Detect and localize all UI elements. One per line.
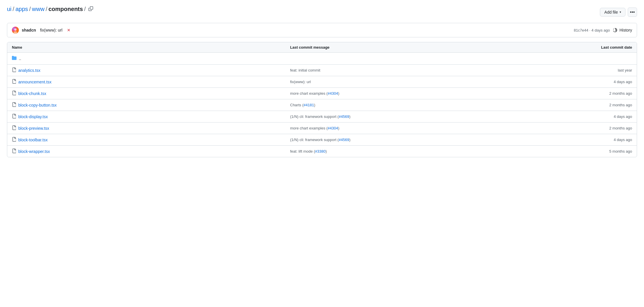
file-icon (12, 67, 16, 73)
commit-date-cell: 5 months ago (568, 149, 632, 154)
file-link[interactable]: block-preview.tsx (18, 126, 49, 131)
col-commit-message: Last commit message (290, 45, 568, 50)
copy-path-icon[interactable] (88, 6, 93, 12)
commit-right: 81c7e44 · 4 days ago History (574, 28, 632, 32)
file-icon (12, 91, 16, 96)
file-name-cell: block-copy-button.tsx (12, 102, 290, 108)
commit-msg-cell: Charts (#4181) (290, 103, 568, 107)
commit-msg-cell: feat: initial commit (290, 68, 568, 72)
breadcrumb-sep-3: / (46, 6, 47, 12)
commit-author[interactable]: shadcn (22, 28, 36, 32)
commit-date-cell: 2 months ago (568, 103, 632, 107)
file-link[interactable]: block-chunk.tsx (18, 91, 46, 96)
page-header: ui / apps / www / components / Add file … (7, 6, 637, 18)
commit-left: shadcn fix(www): url ✕ (12, 27, 70, 34)
file-table: Name Last commit message Last commit dat… (7, 42, 637, 157)
svg-point-2 (14, 31, 17, 34)
file-icon (12, 114, 16, 119)
history-label: History (619, 28, 632, 32)
breadcrumb-sep-2: / (29, 6, 31, 12)
breadcrumb-sep-1: / (13, 6, 15, 12)
table-row: block-preview.tsx more chart examples (#… (7, 123, 637, 134)
commit-message: fix(www): url (40, 28, 62, 32)
file-name-cell: block-preview.tsx (12, 125, 290, 131)
commit-msg-cell: (1/N) cli: framework support (#4569) (290, 138, 568, 142)
file-link[interactable]: block-toolbar.tsx (18, 138, 48, 142)
commit-msg-cell: (1/N) cli: framework support (#4569) (290, 114, 568, 119)
file-icon (12, 79, 16, 85)
parent-dir-link[interactable]: .. (19, 56, 21, 61)
commit-date-cell: 2 months ago (568, 91, 632, 96)
file-link[interactable]: block-display.tsx (18, 114, 48, 119)
add-file-button[interactable]: Add file ▾ (600, 8, 625, 17)
commit-bar: shadcn fix(www): url ✕ 81c7e44 · 4 days … (7, 23, 637, 37)
file-link[interactable]: block-copy-button.tsx (18, 103, 57, 107)
commit-msg-cell: more chart examples (#4304) (290, 91, 568, 96)
commit-date-cell: 2 months ago (568, 126, 632, 130)
more-options-button[interactable]: ••• (628, 8, 637, 17)
file-name-cell: block-toolbar.tsx (12, 137, 290, 142)
table-row: .. (7, 53, 637, 65)
breadcrumb-sep-4: / (84, 6, 86, 12)
file-icon (12, 102, 16, 108)
breadcrumb-current: components (48, 6, 83, 12)
pr-link[interactable]: #4569 (339, 114, 349, 119)
file-name-cell: analytics.tsx (12, 67, 290, 73)
svg-point-1 (14, 28, 17, 31)
pr-link[interactable]: #4181 (303, 103, 314, 107)
col-name: Name (12, 45, 290, 50)
pr-link[interactable]: #4304 (328, 126, 338, 130)
folder-icon (12, 56, 17, 61)
file-name-cell: announcement.tsx (12, 79, 290, 85)
file-icon (12, 149, 16, 154)
commit-date-cell: last year (568, 68, 632, 72)
table-row: block-chunk.tsx more chart examples (#43… (7, 88, 637, 99)
table-row: analytics.tsx feat: initial commit last … (7, 65, 637, 76)
table-row: announcement.tsx fix(www): url 4 days ag… (7, 76, 637, 88)
header-actions: Add file ▾ ••• (600, 8, 637, 17)
commit-msg-cell: more chart examples (#4304) (290, 126, 568, 130)
commit-msg-cell: fix(www): url (290, 80, 568, 84)
breadcrumb-ui[interactable]: ui (7, 6, 12, 12)
file-link[interactable]: analytics.tsx (18, 68, 40, 73)
add-file-chevron-icon: ▾ (620, 10, 621, 14)
file-name-cell: .. (12, 56, 290, 61)
table-row: block-toolbar.tsx (1/N) cli: framework s… (7, 134, 637, 146)
file-icon (12, 137, 16, 142)
table-header: Name Last commit message Last commit dat… (7, 42, 637, 53)
col-commit-date: Last commit date (568, 45, 632, 50)
commit-date-cell: 4 days ago (568, 80, 632, 84)
file-name-cell: block-wrapper.tsx (12, 149, 290, 154)
pr-link[interactable]: #4304 (328, 91, 338, 96)
file-icon (12, 125, 16, 131)
add-file-label: Add file (604, 10, 618, 14)
file-name-cell: block-chunk.tsx (12, 91, 290, 96)
file-link[interactable]: block-wrapper.tsx (18, 149, 50, 154)
commit-x-icon: ✕ (67, 28, 70, 32)
commit-date-cell: 4 days ago (568, 114, 632, 119)
more-options-icon: ••• (630, 10, 635, 15)
pr-link[interactable]: #4569 (339, 138, 349, 142)
history-icon (613, 28, 618, 32)
breadcrumb-www[interactable]: www (32, 6, 44, 12)
commit-sha: 81c7e44 · 4 days ago (574, 28, 610, 32)
file-name-cell: block-display.tsx (12, 114, 290, 119)
breadcrumb-apps[interactable]: apps (15, 6, 28, 12)
file-link[interactable]: announcement.tsx (18, 80, 51, 84)
commit-msg-cell: feat: lift mode (#3380) (290, 149, 568, 154)
avatar (12, 27, 19, 34)
breadcrumb: ui / apps / www / components / (7, 6, 93, 12)
table-row: block-display.tsx (1/N) cli: framework s… (7, 111, 637, 123)
history-button[interactable]: History (613, 28, 632, 32)
pr-link[interactable]: #3380 (315, 149, 325, 154)
table-row: block-copy-button.tsx Charts (#4181) 2 m… (7, 99, 637, 111)
commit-date-cell: 4 days ago (568, 138, 632, 142)
table-row: block-wrapper.tsx feat: lift mode (#3380… (7, 146, 637, 157)
